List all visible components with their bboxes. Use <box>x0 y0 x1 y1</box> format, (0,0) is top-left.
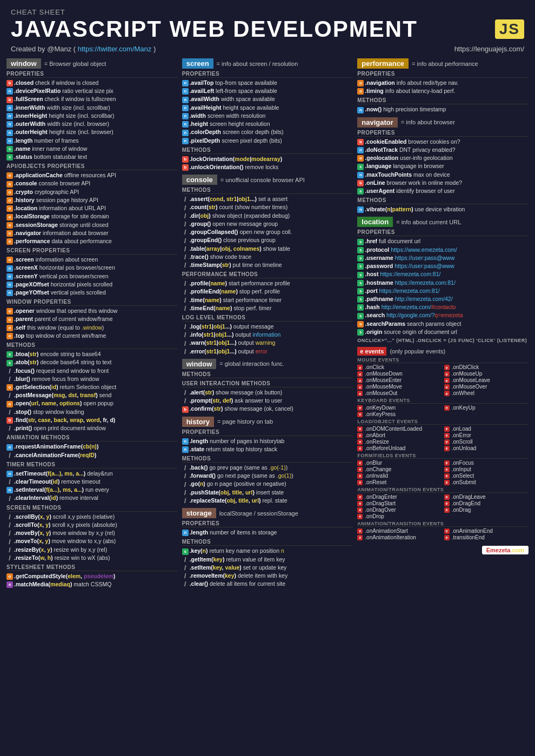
list-item: n.height screen height resolution <box>182 120 353 128</box>
list-item: n.outerHeight height size (incl. browser… <box>6 128 178 136</box>
list-item: /.table(array|obj, colnames) show table <box>182 245 353 253</box>
list-item: o.self this window (equal to .window) <box>6 324 178 332</box>
nav-props-lbl: PROPERTIES <box>357 130 529 137</box>
storage-props-lbl: PROPERTIES <box>182 520 353 527</box>
list-item: o.performance data about performance <box>6 237 178 245</box>
list-item: n.outerWidth width size (incl. browser) <box>6 120 178 128</box>
list-item: o.localStorage storage for site domain <box>6 212 178 220</box>
anim-events-lbl: ANIMATION/TRANSITION EVENTS <box>357 521 529 527</box>
screen-title: screen <box>182 58 213 69</box>
list-item: /.setItem(key, value) set or update key <box>182 564 353 572</box>
credit-text: Created by @Manz ( https://twitter.com/M… <box>11 45 156 53</box>
location-title: location <box>357 217 393 227</box>
list-item: /.blur() remove focus from window <box>6 375 178 383</box>
list-item: /.getItem(key) return value of item key <box>182 556 353 564</box>
evt-item: e.onChange <box>357 466 442 472</box>
list-item: s.origin source origin of document url <box>357 328 529 336</box>
list-item: /.replaceState(obj, title, url) repl. st… <box>182 497 353 505</box>
screen-props-lbl: PROPERTIES <box>182 71 353 78</box>
list-item: o.history session page history API <box>6 196 178 204</box>
list-item: b.unlockOrientation() remove locks <box>182 163 353 171</box>
evt-item: e.onDblClick <box>444 364 529 370</box>
perf-meth-lbl: METHODS <box>357 97 529 104</box>
list-item: n.pageYOffset vertical pixels scrolled <box>6 289 178 297</box>
history-props-lbl: PROPERTIES <box>182 429 353 436</box>
list-item: o.navigator information about browser <box>6 229 178 237</box>
perf-desc: = info about performance <box>412 61 478 67</box>
storage-methods-list: s.key(n) return key name on position n /… <box>182 547 353 588</box>
window-methods: s.btoa(str) encode string to base64 s.at… <box>6 350 178 432</box>
list-item: o.location information about URL API <box>6 204 178 212</box>
window-interaction-section: window = global interaction func. METHOD… <box>182 359 353 413</box>
list-item: n.length number of frames <box>6 137 178 145</box>
list-item: n.screenX horizontal pos browser/screen <box>6 264 178 272</box>
list-item: n.now() high precision timestamp <box>357 105 529 113</box>
window-interact-title: window <box>182 359 217 369</box>
list-item: /.forward() go next page (same as .go(1)… <box>182 472 353 480</box>
user-interact-list: /.alert(str) show message (ok button) /.… <box>182 389 353 413</box>
list-item: n.availHeight height space available <box>182 104 353 112</box>
evt-item: e.onMouseOut <box>357 390 442 396</box>
screen-desc: = info about screen / resolution <box>217 61 298 67</box>
list-item: /.clear() delete all items for current s… <box>182 580 353 588</box>
list-item: o.crypto cryptographic API <box>6 188 178 196</box>
events-desc: (only popular events) <box>390 348 445 354</box>
evt-item: e.onLoad <box>444 426 529 432</box>
evt-item: e.onUnload <box>444 445 529 451</box>
list-item: o.open(url, name, options) open popup <box>6 399 178 407</box>
list-item: s.status bottom statusbar text <box>6 153 178 161</box>
storage-methods-lbl: METHODS <box>182 539 353 546</box>
history-methods-lbl: METHODS <box>182 456 353 463</box>
list-item: o.console console browser API <box>6 179 178 188</box>
console-title: console <box>182 175 217 185</box>
api-label: API/OBJECTS PROPERTIES <box>6 163 178 170</box>
list-item: s.href full document url <box>357 237 529 245</box>
list-item: o.parent parent of current window/frame <box>6 315 178 323</box>
evt-item: e.onWheel <box>444 390 529 396</box>
stylesheet-label: STYLESHEET METHODS <box>6 564 178 571</box>
form-events-lbl: FORM/FIELDS EVENTS <box>357 453 529 459</box>
list-item: n.availTop top-from space available <box>182 79 353 87</box>
list-item: n.screenY vertical pos browser/screen <box>6 272 178 280</box>
log-methods-list: /.log(str1|obj1...) output message /.inf… <box>182 323 353 356</box>
window-section: window = Browser global object PROPERTIE… <box>6 58 178 588</box>
list-item: /.error(str1|obj1...) output error <box>182 347 353 356</box>
evt-item: e.onDOMContentLoaded <box>357 426 442 432</box>
list-item: s.userAgent identify browser of user <box>357 187 529 195</box>
window-interact-desc: = global interaction func. <box>219 360 284 367</box>
cheat-label: CHEAT SHEET <box>11 8 524 16</box>
evt-item: e.onResize <box>357 439 442 445</box>
list-item: s.hash http://emezeta.com/#contacto <box>357 303 529 311</box>
title-text: JAVASCRIPT WEB DEVELOPMENT <box>11 16 418 42</box>
evt-item: e.onDragStart <box>357 500 442 506</box>
history-section: history = page history on tab PROPERTIES… <box>182 417 353 505</box>
evt-item: e.onSelect <box>444 473 529 479</box>
list-item: s.protocol https://www.emezeta.com/ <box>357 246 529 254</box>
list-item: n.setTimeout(f(a...), ms, a...) delay&ru… <box>6 470 178 478</box>
site-link[interactable]: https://lenguajejs.com/ <box>454 45 524 53</box>
nav-methods-list: n.vibrate(n|pattern) use device vibratio… <box>357 205 529 213</box>
list-item: b.fullScreen check if window is fullscre… <box>6 95 178 103</box>
evt-item: e.onAnimationIteration <box>357 534 442 540</box>
list-item: n.vibrate(n|pattern) use device vibratio… <box>357 205 529 213</box>
evt-item: e.onScroll <box>444 439 529 445</box>
console-section: console = unofficial console browser API… <box>182 175 353 356</box>
navigator-section: navigator = info about browser PROPERTIE… <box>357 117 529 214</box>
anim-events-grid: e.onAnimationStart e.onAnimationEnd e.on… <box>357 528 529 540</box>
list-item: o.searchParams search params object <box>357 320 529 328</box>
list-item: /.clearInterval(id) remove interval <box>6 494 178 502</box>
list-item: /.alert(str) show message (ok button) <box>182 389 353 397</box>
list-item: /.timeEnd(name) stop perf. timer <box>182 304 353 312</box>
perf-methods-lbl: PERFORMANCE METHODS <box>182 271 353 278</box>
list-item: /.resizeBy(x, y) resize win by x,y (rel) <box>6 546 178 554</box>
history-methods-list: /.back() go prev page (same as .go(-1)) … <box>182 464 353 505</box>
list-item: n.length number of pages in historytab <box>182 437 353 445</box>
list-item: o.timing info about latency-load perf. <box>357 87 529 95</box>
list-item: /.count(str) count (show number times) <box>182 203 353 211</box>
header-subtitle: Created by @Manz ( https://twitter.com/M… <box>11 45 524 53</box>
drag-events-grid: e.onDragEnter e.onDragLeave e.onDragStar… <box>357 494 529 519</box>
storage-section: storage localStorage / sessionStorage PR… <box>182 508 353 588</box>
twitter-link[interactable]: https://twitter.com/Manz <box>78 45 152 53</box>
list-item: /.dir(obj) show object (expanded debug) <box>182 212 353 220</box>
evt-item: e.onReset <box>357 479 442 485</box>
